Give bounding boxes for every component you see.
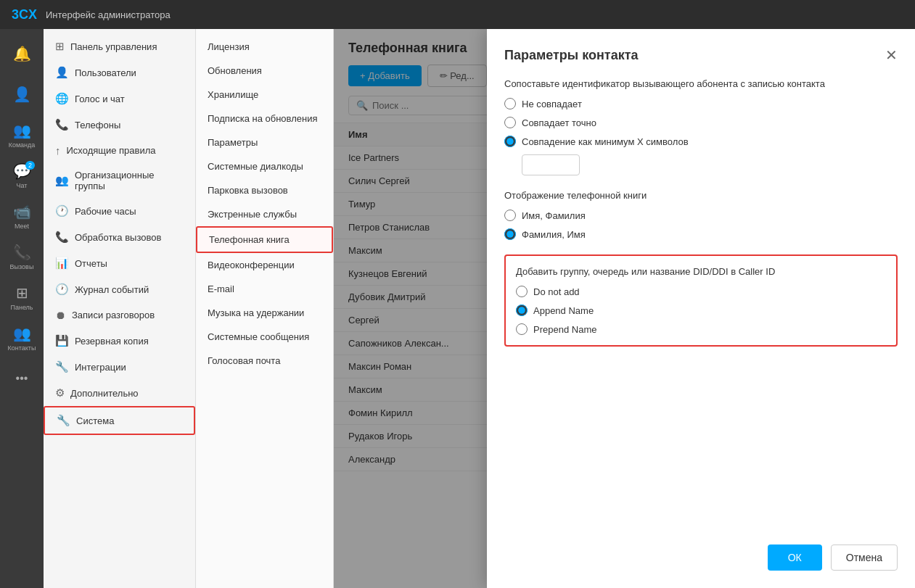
radio-no-match[interactable]: Не совпадает (504, 98, 898, 109)
sidebar-item-label: Организационные группы (75, 170, 184, 191)
sidebar-item-phones[interactable]: 📞 Телефоны (44, 112, 195, 138)
calls-label: Вызовы (10, 263, 34, 270)
modal-overlay: Параметры контакта ✕ Сопоставьте идентиф… (334, 29, 915, 588)
sidebar-item-outgoing-rules[interactable]: ↑ Исходящие правила (44, 138, 195, 163)
radio-exact-match[interactable]: Совпадает точно (504, 117, 898, 128)
nav-sidebar: ⊞ Панель управления 👤 Пользователи 🌐 Гол… (44, 29, 196, 588)
sub-item-voicemail[interactable]: Голосовая почта (196, 349, 333, 373)
sub-item-license[interactable]: Лицензия (196, 35, 333, 59)
event-log-icon: 🕐 (55, 283, 69, 296)
sidebar-icon-contacts[interactable]: 👤 (3, 75, 41, 113)
modal-close-button[interactable]: ✕ (885, 46, 898, 64)
nav-section: ⊞ Панель управления 👤 Пользователи 🌐 Гол… (44, 29, 195, 439)
radio-do-not-add-input[interactable] (516, 286, 528, 297)
contact-params-modal: Параметры контакта ✕ Сопоставьте идентиф… (487, 29, 915, 588)
radio-surname-name[interactable]: Фамилия, Имя (504, 228, 898, 240)
topbar-logo: 3CX (12, 7, 37, 22)
x-value-input[interactable]: 10 (522, 154, 580, 175)
radio-prepend-name-input[interactable] (516, 323, 528, 335)
users-icon: 👤 (55, 66, 69, 79)
phones-icon: 📞 (55, 118, 69, 131)
outgoing-rules-icon: ↑ (55, 144, 61, 157)
meet-label: Meet (15, 223, 29, 230)
sidebar-item-voice-chat[interactable]: 🌐 Голос и чат (44, 86, 195, 112)
sidebar-item-additional[interactable]: ⚙ Дополнительно (44, 380, 195, 406)
icon-sidebar: 🔔 👤 👥 Команда 2 💬 Чат 📹 Meet 📞 Вызовы ⊞ … (0, 29, 44, 588)
voice-chat-icon: 🌐 (55, 92, 69, 105)
backup-icon: 💾 (55, 334, 69, 347)
sidebar-item-label: Обработка вызовов (75, 232, 161, 243)
sidebar-item-label: Интеграции (75, 362, 126, 373)
sidebar-icon-team[interactable]: 👥 Команда (3, 116, 41, 154)
cancel-button[interactable]: Отмена (831, 544, 898, 571)
modal-header: Параметры контакта ✕ (504, 46, 898, 64)
sub-item-updates[interactable]: Обновления (196, 59, 333, 83)
sidebar-icon-chat[interactable]: 2 💬 Чат (3, 157, 41, 194)
panel-label: Панель (10, 304, 33, 311)
sub-item-parameters[interactable]: Параметры (196, 131, 333, 154)
sub-item-storage[interactable]: Хранилище (196, 83, 333, 107)
sub-item-subscription[interactable]: Подписка на обновления (196, 107, 333, 131)
content-area: Телефонная книга + Добавить ✏ Ред... 🔍 И… (334, 29, 915, 588)
sub-item-hold-music[interactable]: Музыка на удержании (196, 301, 333, 325)
sub-item-phonebook[interactable]: Телефонная книга (196, 226, 333, 253)
sidebar-item-call-handling[interactable]: 📞 Обработка вызовов (44, 224, 195, 250)
sidebar-item-event-log[interactable]: 🕐 Журнал событий (44, 276, 195, 302)
radio-append-name-label: Append Name (533, 305, 594, 316)
sidebar-icon-calls[interactable]: 📞 Вызовы (3, 238, 41, 276)
sidebar-item-label: Голос и чат (75, 94, 125, 104)
sub-item-system-dialcodes[interactable]: Системные диалкоды (196, 154, 333, 178)
radio-prepend-name-label: Prepend Name (533, 324, 596, 335)
sidebar-icon-more[interactable]: ••• (3, 360, 41, 397)
sub-item-videoconf[interactable]: Видеоконференции (196, 253, 333, 277)
radio-name-surname-label: Имя, Фамилия (522, 210, 586, 221)
radio-prepend-name[interactable]: Prepend Name (516, 323, 886, 335)
sub-item-call-parking[interactable]: Парковка вызовов (196, 178, 333, 202)
modal-title: Параметры контакта (504, 48, 639, 63)
team-icon: 👥 (13, 122, 31, 139)
radio-no-match-input[interactable] (504, 98, 516, 109)
sidebar-item-label: Система (76, 415, 114, 426)
sidebar-item-label: Исходящие правила (67, 145, 156, 156)
sub-item-emergency[interactable]: Экстренные службы (196, 202, 333, 226)
radio-do-not-add[interactable]: Do not add (516, 286, 886, 297)
sub-item-system-messages[interactable]: Системные сообщения (196, 325, 333, 349)
sidebar-icon-notifications[interactable]: 🔔 (3, 35, 41, 73)
org-groups-icon: 👥 (55, 174, 69, 187)
control-panel-icon: ⊞ (55, 40, 65, 53)
radio-name-surname-input[interactable] (504, 210, 516, 221)
sidebar-icon-meet[interactable]: 📹 Meet (3, 197, 41, 235)
sidebar-item-control-panel[interactable]: ⊞ Панель управления (44, 33, 195, 59)
chat-badge: 2 (25, 161, 35, 170)
radio-min-x-match-label: Совпадение как минимум X символов (522, 136, 689, 147)
radio-exact-match-label: Совпадает точно (522, 117, 596, 128)
radio-no-match-label: Не совпадает (522, 99, 582, 109)
sidebar-item-integrations[interactable]: 🔧 Интеграции (44, 354, 195, 380)
radio-do-not-add-label: Do not add (533, 286, 580, 297)
phonebook-display-group: Имя, Фамилия Фамилия, Имя (504, 210, 898, 240)
radio-append-name-input[interactable] (516, 305, 528, 316)
sidebar-item-backup[interactable]: 💾 Резервная копия (44, 328, 195, 354)
sidebar-item-org-groups[interactable]: 👥 Организационные группы (44, 163, 195, 198)
sidebar-item-recordings[interactable]: ⏺ Записи разговоров (44, 302, 195, 328)
radio-append-name[interactable]: Append Name (516, 305, 886, 316)
sidebar-item-label: Записи разговоров (72, 310, 155, 320)
sidebar-item-system[interactable]: 🔧 Система (44, 406, 195, 435)
sidebar-icon-panel[interactable]: ⊞ Панель (3, 278, 41, 316)
sidebar-item-work-hours[interactable]: 🕐 Рабочие часы (44, 198, 195, 224)
radio-min-x-match-input[interactable] (504, 136, 516, 147)
ok-button[interactable]: ОК (768, 544, 822, 571)
sub-item-email[interactable]: E-mail (196, 277, 333, 301)
more-icon: ••• (16, 372, 28, 385)
sidebar-item-label: Телефоны (75, 120, 120, 131)
radio-surname-name-input[interactable] (504, 228, 516, 240)
radio-exact-match-input[interactable] (504, 117, 516, 128)
caller-id-section-label: Сопоставьте идентификатор вызывающего аб… (504, 78, 898, 89)
sidebar-item-users[interactable]: 👤 Пользователи (44, 59, 195, 86)
contacts-icon: 👥 (13, 325, 31, 342)
radio-name-surname[interactable]: Имя, Фамилия (504, 210, 898, 221)
sidebar-item-reports[interactable]: 📊 Отчеты (44, 250, 195, 276)
radio-min-x-match[interactable]: Совпадение как минимум X символов (504, 136, 898, 147)
caller-id-options-group: Do not add Append Name Prepend Name (516, 286, 886, 335)
sidebar-icon-contacts2[interactable]: 👥 Контакты (3, 319, 41, 357)
